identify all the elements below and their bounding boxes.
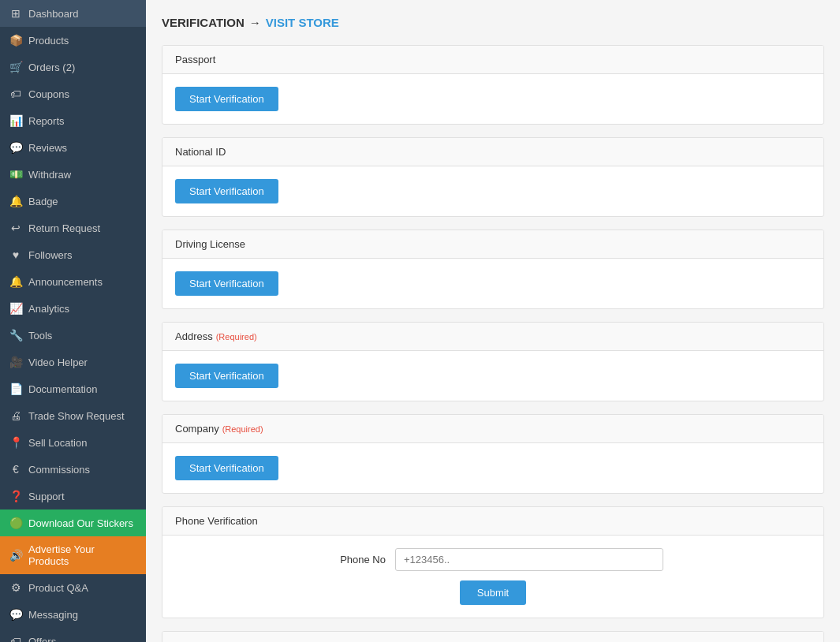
sidebar-label-tools: Tools xyxy=(28,330,52,342)
sidebar-item-withdraw[interactable]: 💵Withdraw xyxy=(0,161,146,188)
sidebar-label-announcements: Announcements xyxy=(28,276,103,288)
sidebar-item-documentation[interactable]: 📄Documentation xyxy=(0,375,146,402)
sidebar-label-commissions: Commissions xyxy=(28,464,90,476)
submit-button[interactable]: Submit xyxy=(460,580,526,605)
driving-license-verify-button[interactable]: Start Verification xyxy=(175,271,278,296)
breadcrumb: VERIFICATION → VISIT STORE xyxy=(162,16,824,29)
sidebar-item-tools[interactable]: 🔧Tools xyxy=(0,322,146,349)
sidebar-label-trade-show-request: Trade Show Request xyxy=(28,410,125,422)
sidebar-item-reports[interactable]: 📊Reports xyxy=(0,107,146,134)
phone-input[interactable] xyxy=(395,548,663,571)
national-id-body: Start Verification xyxy=(162,166,823,216)
phone-card-body: Phone No Submit xyxy=(162,536,823,618)
trade-show-request-icon: 🖨 xyxy=(9,409,22,422)
documentation-icon: 📄 xyxy=(9,383,22,395)
sidebar-label-documentation: Documentation xyxy=(28,383,97,395)
sidebar-label-dashboard: Dashboard xyxy=(28,8,79,20)
sidebar-label-withdraw: Withdraw xyxy=(28,169,71,181)
address-body: Start Verification xyxy=(162,351,823,401)
sidebar-item-product-qa[interactable]: ⚙Product Q&A xyxy=(0,574,146,601)
offers-icon: 🏷 xyxy=(9,635,22,642)
sidebar-label-return-request: Return Request xyxy=(28,222,100,234)
national-id-header: National ID xyxy=(162,138,823,166)
breadcrumb-arrow: → xyxy=(249,16,261,29)
sidebar-item-badge[interactable]: 🔔Badge xyxy=(0,188,146,215)
phone-label: Phone No xyxy=(323,554,386,565)
phone-row: Phone No xyxy=(323,548,663,571)
social-card-header: Social Profiles xyxy=(162,632,823,642)
sidebar-item-analytics[interactable]: 📈Analytics xyxy=(0,295,146,322)
sidebar-item-followers[interactable]: ♥Followers xyxy=(0,241,146,268)
social-profiles-card: Social Profiles Connect Google xyxy=(162,631,824,642)
sidebar-label-download-stickers: Download Our Stickers xyxy=(28,517,133,529)
sidebar-label-reviews: Reviews xyxy=(28,142,67,154)
sidebar-item-video-helper[interactable]: 🎥Video Helper xyxy=(0,349,146,375)
company-header: Company(Required) xyxy=(162,415,823,443)
company-verify-button[interactable]: Start Verification xyxy=(175,456,278,480)
sidebar-label-reports: Reports xyxy=(28,115,65,127)
sidebar-label-support: Support xyxy=(28,491,65,502)
passport-verify-button[interactable]: Start Verification xyxy=(175,87,278,111)
analytics-icon: 📈 xyxy=(9,302,22,315)
return-request-icon: ↩ xyxy=(9,222,22,234)
reports-icon: 📊 xyxy=(9,114,22,127)
badge-icon: 🔔 xyxy=(9,195,22,207)
sidebar-label-advertise-products: Advertise Your Products xyxy=(28,543,136,567)
address-header: Address(Required) xyxy=(162,323,823,351)
driving-license-body: Start Verification xyxy=(162,259,823,308)
messaging-icon: 💬 xyxy=(9,608,22,621)
visit-store-link[interactable]: VISIT STORE xyxy=(266,16,339,29)
sidebar-item-dashboard[interactable]: ⊞Dashboard xyxy=(0,0,146,27)
sidebar-item-coupons[interactable]: 🏷Coupons xyxy=(0,80,146,107)
sidebar-label-product-qa: Product Q&A xyxy=(28,582,88,594)
sidebar-item-download-stickers[interactable]: 🟢Download Our Stickers xyxy=(0,509,146,536)
address-verify-button[interactable]: Start Verification xyxy=(175,364,278,388)
company-body: Start Verification xyxy=(162,443,823,493)
announcements-icon: 🔔 xyxy=(9,275,22,288)
sidebar-item-advertise-products[interactable]: 🔊Advertise Your Products xyxy=(0,536,146,574)
passport-card: PassportStart Verification xyxy=(162,45,824,125)
breadcrumb-text: VERIFICATION xyxy=(162,16,245,29)
sidebar-label-messaging: Messaging xyxy=(28,609,78,621)
sidebar-item-commissions[interactable]: €Commissions xyxy=(0,456,146,483)
phone-title: Phone Verification xyxy=(175,515,258,527)
sidebar-item-orders[interactable]: 🛒Orders (2) xyxy=(0,54,146,80)
advertise-products-icon: 🔊 xyxy=(9,549,22,562)
followers-icon: ♥ xyxy=(9,248,22,261)
national-id-verify-button[interactable]: Start Verification xyxy=(175,179,278,203)
address-card: Address(Required)Start Verification xyxy=(162,322,824,401)
sidebar-label-video-helper: Video Helper xyxy=(28,356,88,368)
sidebar-item-return-request[interactable]: ↩Return Request xyxy=(0,215,146,241)
driving-license-card: Driving LicenseStart Verification xyxy=(162,230,824,309)
dashboard-icon: ⊞ xyxy=(9,7,22,20)
sidebar-label-coupons: Coupons xyxy=(28,88,69,100)
commissions-icon: € xyxy=(9,463,22,476)
sidebar-item-trade-show-request[interactable]: 🖨Trade Show Request xyxy=(0,402,146,429)
sidebar-label-analytics: Analytics xyxy=(28,303,69,315)
sidebar-item-sell-location[interactable]: 📍Sell Location xyxy=(0,429,146,456)
download-stickers-icon: 🟢 xyxy=(9,517,22,529)
sidebar-label-sell-location: Sell Location xyxy=(28,437,87,449)
sidebar-label-badge: Badge xyxy=(28,196,58,207)
sidebar-item-offers[interactable]: 🏷Offers xyxy=(0,628,146,642)
sidebar-item-products[interactable]: 📦Products xyxy=(0,27,146,54)
main-content: VERIFICATION → VISIT STORE PassportStart… xyxy=(146,0,840,642)
sidebar-item-messaging[interactable]: 💬Messaging xyxy=(0,601,146,628)
sidebar-label-offers: Offers xyxy=(28,636,56,643)
sidebar-label-products: Products xyxy=(28,35,69,47)
national-id-card: National IDStart Verification xyxy=(162,137,824,217)
withdraw-icon: 💵 xyxy=(9,168,22,181)
sell-location-icon: 📍 xyxy=(9,436,22,449)
sidebar: ⊞Dashboard📦Products🛒Orders (2)🏷Coupons📊R… xyxy=(0,0,146,642)
coupons-icon: 🏷 xyxy=(9,88,22,100)
products-icon: 📦 xyxy=(9,34,22,47)
sidebar-item-announcements[interactable]: 🔔Announcements xyxy=(0,268,146,295)
passport-body: Start Verification xyxy=(162,74,823,124)
passport-header: Passport xyxy=(162,46,823,74)
support-icon: ❓ xyxy=(9,490,22,502)
tools-icon: 🔧 xyxy=(9,329,22,342)
phone-verification-card: Phone Verification Phone No Submit xyxy=(162,506,824,618)
sidebar-item-support[interactable]: ❓Support xyxy=(0,483,146,509)
sidebar-item-reviews[interactable]: 💬Reviews xyxy=(0,134,146,161)
sidebar-label-followers: Followers xyxy=(28,249,73,261)
